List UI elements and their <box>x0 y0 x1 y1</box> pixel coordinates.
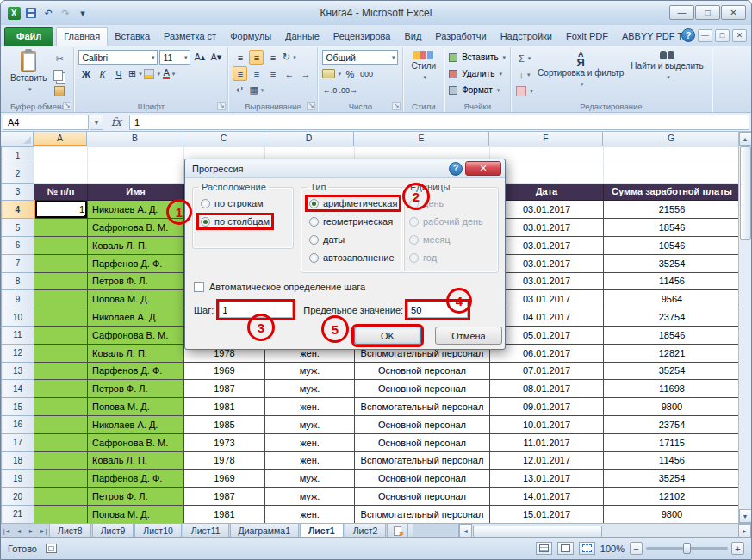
row-header-9[interactable]: 9 <box>2 290 34 308</box>
cell-B1[interactable] <box>88 147 184 165</box>
row-header-10[interactable]: 10 <box>2 308 34 327</box>
dialog-title-bar[interactable]: Прогрессия ? ✕ <box>185 159 505 178</box>
column-header-D[interactable]: D <box>264 132 354 146</box>
cell-A14[interactable] <box>34 380 88 398</box>
merge-center-icon[interactable]: ▦▾ <box>249 83 264 97</box>
workbook-restore-button[interactable]: □ <box>715 29 730 42</box>
cell-F8[interactable]: 03.01.2017 <box>490 272 604 290</box>
cell-F6[interactable]: 03.01.2017 <box>490 236 604 254</box>
row-header-8[interactable]: 8 <box>2 272 34 290</box>
cell-C18[interactable]: 1978 <box>184 451 265 470</box>
cell-C21[interactable]: 1981 <box>184 505 265 523</box>
restore-button[interactable]: □ <box>695 5 720 20</box>
font-color-button[interactable]: А▾ <box>162 66 177 81</box>
cell-F16[interactable]: 10.01.2017 <box>490 415 604 433</box>
cell-G6[interactable]: 10546 <box>604 236 741 254</box>
radio-autofill[interactable]: автозаполнение <box>308 252 396 264</box>
cell-G7[interactable]: 35254 <box>604 254 741 272</box>
cell-F7[interactable]: 03.01.2017 <box>490 254 604 272</box>
help-icon[interactable]: ? <box>681 28 695 42</box>
cell-A10[interactable] <box>34 308 88 327</box>
cell-F10[interactable]: 04.01.2017 <box>490 308 604 327</box>
cell-A6[interactable] <box>34 236 88 254</box>
tab-Надстройки[interactable]: Надстройки <box>494 28 559 46</box>
cell-F4[interactable]: 03.01.2017 <box>490 201 604 219</box>
cell-E21[interactable]: Вспомогательный персонал <box>355 505 490 523</box>
cell-A21[interactable] <box>34 505 88 523</box>
align-middle-icon[interactable]: ≡ <box>249 50 264 65</box>
select-all-button[interactable] <box>1 132 34 146</box>
align-top-icon[interactable]: ≡ <box>233 50 247 65</box>
cell-G12[interactable]: 12821 <box>604 344 741 362</box>
row-header-6[interactable]: 6 <box>2 236 34 254</box>
insert-function-icon[interactable]: fx <box>105 115 127 128</box>
tab-Вставка[interactable]: Вставка <box>108 28 157 46</box>
cell-B12[interactable]: Коваль Л. П. <box>88 344 184 362</box>
copy-button[interactable] <box>50 67 69 83</box>
dialog-close-icon[interactable]: ✕ <box>465 161 501 176</box>
cell-C20[interactable]: 1987 <box>184 488 265 506</box>
cell-F14[interactable]: 08.01.2017 <box>490 380 604 398</box>
cell-G11[interactable]: 18546 <box>604 326 741 344</box>
styles-dropdown-arrow[interactable]: ▾ <box>424 72 427 82</box>
cell-G3[interactable]: Сумма заработной платы <box>604 183 741 201</box>
name-box-dropdown-icon[interactable]: ▼ <box>90 115 103 130</box>
alignment-dialog-launcher-icon[interactable]: ↘ <box>307 102 315 110</box>
cells-format-button[interactable]: Формат▾ <box>449 82 506 98</box>
redo-button[interactable]: ↷ <box>59 6 72 20</box>
close-button[interactable]: ✕ <box>721 5 746 20</box>
format-painter-button[interactable] <box>50 84 69 99</box>
row-header-7[interactable]: 7 <box>2 254 34 272</box>
cell-G21[interactable]: 9800 <box>604 505 741 523</box>
cell-B21[interactable]: Попова М. Д. <box>88 505 184 523</box>
vertical-scrollbar[interactable]: ▲ ▼ <box>738 132 751 523</box>
orientation-icon[interactable]: ↻▾ <box>282 50 296 65</box>
cell-A7[interactable] <box>34 254 88 272</box>
cell-A18[interactable] <box>34 451 88 470</box>
qat-customize-button[interactable]: ▾ <box>76 6 90 20</box>
clipboard-dialog-launcher-icon[interactable]: ↘ <box>63 102 71 110</box>
view-page-layout-button[interactable] <box>557 542 574 555</box>
align-left-icon[interactable]: ≡ <box>233 66 247 81</box>
find-select-button[interactable]: Найти и выделить ▾ <box>627 49 706 99</box>
minimize-button[interactable]: — <box>669 5 694 20</box>
cell-G8[interactable]: 11456 <box>604 272 741 290</box>
cancel-button[interactable]: Отмена <box>435 327 502 345</box>
find-dropdown-arrow[interactable]: ▾ <box>667 72 670 82</box>
cell-C19[interactable]: 1969 <box>184 470 265 488</box>
cell-A4[interactable]: 1 <box>34 201 88 219</box>
tab-Вид[interactable]: Вид <box>397 28 428 46</box>
cell-G13[interactable]: 35254 <box>604 362 741 380</box>
cell-E20[interactable]: Основной персонал <box>355 488 490 506</box>
number-format-select[interactable]: Общий▾ <box>322 50 398 65</box>
cell-F15[interactable]: 09.01.2017 <box>490 398 604 416</box>
cell-C13[interactable]: 1969 <box>184 362 265 380</box>
tab-Формулы[interactable]: Формулы <box>223 28 278 46</box>
column-header-F[interactable]: F <box>489 132 603 146</box>
underline-button[interactable]: Ч <box>111 66 126 81</box>
cell-F3[interactable]: Дата <box>490 183 604 201</box>
radio-dates[interactable]: даты <box>308 233 346 246</box>
radio-by-columns[interactable]: по столбцам <box>199 215 271 227</box>
styles-button[interactable]: Стили ▾ <box>407 49 439 99</box>
cell-G18[interactable]: 11456 <box>604 451 741 470</box>
workbook-minimize-button[interactable]: — <box>698 29 712 42</box>
cell-B7[interactable]: Парфенов Д. Ф. <box>88 254 184 272</box>
cell-E13[interactable]: Основной персонал <box>355 362 490 380</box>
cell-A15[interactable] <box>34 398 88 416</box>
zoom-thumb[interactable] <box>683 543 691 554</box>
cell-B19[interactable]: Парфенов Д. Ф. <box>88 470 184 488</box>
cell-E15[interactable]: Вспомогательный персонал <box>355 398 490 416</box>
row-header-20[interactable]: 20 <box>2 488 34 506</box>
column-header-C[interactable]: C <box>183 132 264 146</box>
cell-F20[interactable]: 14.01.2017 <box>490 488 604 506</box>
row-header-19[interactable]: 19 <box>2 470 34 488</box>
row-header-11[interactable]: 11 <box>2 326 34 344</box>
column-header-E[interactable]: E <box>354 132 489 146</box>
cell-B14[interactable]: Петров Ф. Л. <box>88 380 184 398</box>
tab-Главная[interactable]: Главная <box>56 27 108 46</box>
view-page-break-button[interactable] <box>579 542 595 555</box>
cell-B2[interactable] <box>88 165 184 183</box>
cell-B8[interactable]: Петров Ф. Л. <box>88 272 184 290</box>
vertical-scroll-thumb[interactable] <box>740 146 751 240</box>
